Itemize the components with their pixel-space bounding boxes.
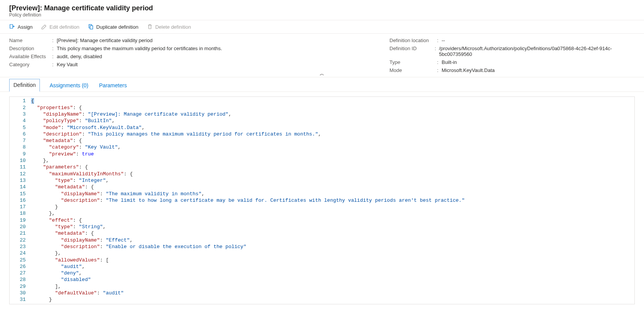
tab-assignments[interactable]: Assignments (0) <box>48 79 89 91</box>
mode-label: Mode <box>389 67 437 73</box>
id-label: Definition ID <box>389 46 435 57</box>
location-value: -- <box>442 38 445 43</box>
copy-icon <box>88 24 94 30</box>
id-value: /providers/Microsoft.Authorization/polic… <box>439 46 635 57</box>
effects-value: audit, deny, disabled <box>57 54 102 59</box>
name-label: Name <box>9 38 52 43</box>
tab-definition[interactable]: Definition <box>9 79 40 92</box>
type-value: Built-in <box>442 59 457 65</box>
command-bar: Assign Edit definition Duplicate definit… <box>0 20 644 34</box>
location-label: Definition location <box>389 38 437 43</box>
pencil-icon <box>41 24 47 30</box>
trash-icon <box>147 24 153 30</box>
category-value: Key Vault <box>57 62 78 67</box>
tabset: Definition Assignments (0) Parameters <box>0 77 644 92</box>
delete-label: Delete definition <box>155 24 191 30</box>
collapse-essentials-icon[interactable]: ︽ <box>318 70 326 78</box>
line-gutter: 1234567891011121314151617181920212223242… <box>10 97 31 304</box>
category-label: Category <box>9 62 52 67</box>
name-value: [Preview]: Manage certificate validity p… <box>57 38 153 43</box>
page-header: [Preview]: Manage certificate validity p… <box>0 0 644 20</box>
code-content[interactable]: { "properties": { "displayName": "[Previ… <box>31 97 634 304</box>
type-label: Type <box>389 59 437 65</box>
assign-label: Assign <box>18 24 33 30</box>
page-title: [Preview]: Manage certificate validity p… <box>9 4 635 13</box>
duplicate-definition-button[interactable]: Duplicate definition <box>88 24 138 30</box>
assign-button[interactable]: Assign <box>9 24 33 30</box>
json-editor[interactable]: 1234567891011121314151617181920212223242… <box>9 96 635 304</box>
edit-definition-button: Edit definition <box>41 24 79 30</box>
delete-definition-button: Delete definition <box>147 24 191 30</box>
duplicate-label: Duplicate definition <box>96 24 138 30</box>
page-subtitle: Policy definition <box>9 12 635 18</box>
effects-label: Available Effects <box>9 54 52 59</box>
edit-label: Edit definition <box>49 24 79 30</box>
svg-rect-1 <box>90 26 93 29</box>
description-value: This policy manages the maximum validity… <box>57 46 222 51</box>
description-label: Description <box>9 46 52 51</box>
mode-value: Microsoft.KeyVault.Data <box>442 67 495 73</box>
tab-parameters[interactable]: Parameters <box>98 79 128 91</box>
essentials-panel: Name : [Preview]: Manage certificate val… <box>0 34 644 77</box>
assign-icon <box>9 24 15 30</box>
